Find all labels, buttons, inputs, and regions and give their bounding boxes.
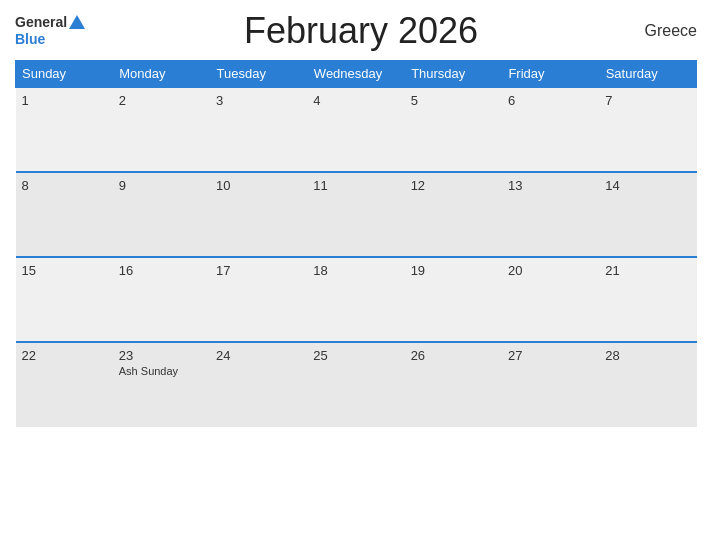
calendar-container: General Blue February 2026 Greece Sunday…: [0, 0, 712, 550]
day-number: 8: [22, 178, 107, 193]
day-number: 20: [508, 263, 593, 278]
day-number: 14: [605, 178, 690, 193]
day-cell-11: 11: [307, 172, 404, 257]
day-number: 2: [119, 93, 204, 108]
day-cell-5: 5: [405, 87, 502, 172]
week-row-2: 891011121314: [16, 172, 697, 257]
day-number: 23: [119, 348, 204, 363]
day-number: 21: [605, 263, 690, 278]
day-number: 24: [216, 348, 301, 363]
day-number: 1: [22, 93, 107, 108]
day-cell-23: 23Ash Sunday: [113, 342, 210, 427]
day-cell-27: 27: [502, 342, 599, 427]
day-number: 13: [508, 178, 593, 193]
weekday-header-sunday: Sunday: [16, 61, 113, 88]
day-number: 3: [216, 93, 301, 108]
day-number: 19: [411, 263, 496, 278]
logo-triangle-icon: [69, 15, 85, 29]
day-number: 7: [605, 93, 690, 108]
weekday-header-thursday: Thursday: [405, 61, 502, 88]
day-cell-9: 9: [113, 172, 210, 257]
week-row-3: 15161718192021: [16, 257, 697, 342]
day-cell-3: 3: [210, 87, 307, 172]
day-cell-15: 15: [16, 257, 113, 342]
day-number: 9: [119, 178, 204, 193]
day-number: 12: [411, 178, 496, 193]
day-cell-1: 1: [16, 87, 113, 172]
logo-general-text: General: [15, 14, 67, 31]
day-number: 10: [216, 178, 301, 193]
day-number: 25: [313, 348, 398, 363]
weekday-header-row: SundayMondayTuesdayWednesdayThursdayFrid…: [16, 61, 697, 88]
day-cell-13: 13: [502, 172, 599, 257]
day-cell-12: 12: [405, 172, 502, 257]
day-cell-17: 17: [210, 257, 307, 342]
day-cell-19: 19: [405, 257, 502, 342]
logo-blue-text: Blue: [15, 31, 45, 48]
day-event: Ash Sunday: [119, 365, 204, 377]
country-name: Greece: [637, 22, 697, 40]
weekday-header-tuesday: Tuesday: [210, 61, 307, 88]
day-cell-16: 16: [113, 257, 210, 342]
day-number: 26: [411, 348, 496, 363]
day-number: 27: [508, 348, 593, 363]
day-cell-10: 10: [210, 172, 307, 257]
day-number: 4: [313, 93, 398, 108]
month-title: February 2026: [85, 10, 637, 52]
day-cell-26: 26: [405, 342, 502, 427]
day-cell-28: 28: [599, 342, 696, 427]
day-cell-2: 2: [113, 87, 210, 172]
day-cell-6: 6: [502, 87, 599, 172]
day-number: 22: [22, 348, 107, 363]
day-number: 28: [605, 348, 690, 363]
day-cell-14: 14: [599, 172, 696, 257]
weekday-header-wednesday: Wednesday: [307, 61, 404, 88]
day-cell-24: 24: [210, 342, 307, 427]
logo: General Blue: [15, 14, 85, 48]
day-cell-20: 20: [502, 257, 599, 342]
day-number: 15: [22, 263, 107, 278]
day-cell-8: 8: [16, 172, 113, 257]
calendar-table: SundayMondayTuesdayWednesdayThursdayFrid…: [15, 60, 697, 427]
day-cell-21: 21: [599, 257, 696, 342]
week-row-1: 1234567: [16, 87, 697, 172]
day-cell-18: 18: [307, 257, 404, 342]
weekday-header-monday: Monday: [113, 61, 210, 88]
day-cell-7: 7: [599, 87, 696, 172]
day-number: 17: [216, 263, 301, 278]
day-cell-4: 4: [307, 87, 404, 172]
day-number: 11: [313, 178, 398, 193]
day-cell-22: 22: [16, 342, 113, 427]
weekday-header-friday: Friday: [502, 61, 599, 88]
day-number: 16: [119, 263, 204, 278]
day-number: 6: [508, 93, 593, 108]
day-number: 18: [313, 263, 398, 278]
day-number: 5: [411, 93, 496, 108]
weekday-header-saturday: Saturday: [599, 61, 696, 88]
calendar-header: General Blue February 2026 Greece: [15, 10, 697, 52]
week-row-4: 2223Ash Sunday2425262728: [16, 342, 697, 427]
day-cell-25: 25: [307, 342, 404, 427]
